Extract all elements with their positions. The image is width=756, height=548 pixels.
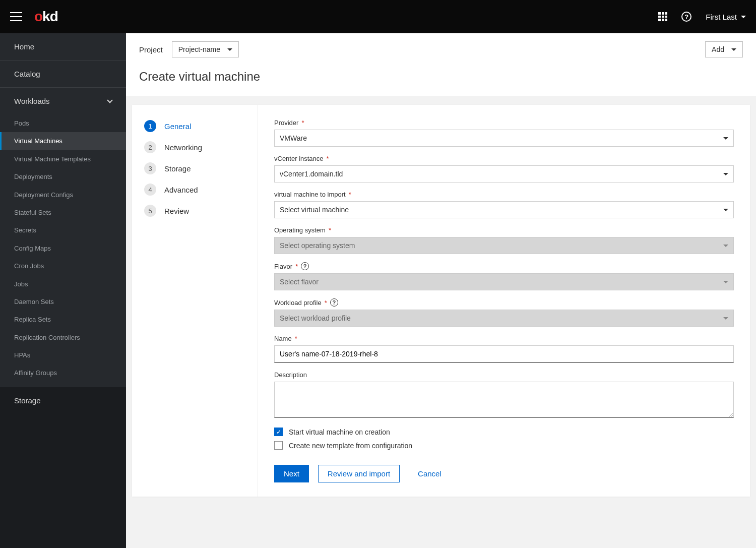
project-label: Project [139, 45, 163, 54]
sidebar-catalog[interactable]: Catalog [0, 60, 126, 88]
sidebar-item-config-maps[interactable]: Config Maps [0, 239, 126, 257]
step-networking[interactable]: 2Networking [144, 141, 245, 153]
start-vm-label: Start virtual machine on creation [289, 428, 390, 436]
import-vm-select[interactable]: Select virtual machine [274, 201, 734, 218]
step-review[interactable]: 5Review [144, 205, 245, 217]
wizard-steps: 1General 2Networking 3Storage 4Advanced … [132, 105, 258, 497]
name-input[interactable] [274, 345, 734, 363]
caret-down-icon [723, 209, 728, 211]
step-advanced[interactable]: 4Advanced [144, 184, 245, 196]
sidebar-item-affinity-groups[interactable]: Affinity Groups [0, 364, 126, 382]
caret-down-icon [731, 48, 736, 51]
caret-down-icon [723, 173, 728, 175]
info-icon[interactable]: ? [301, 262, 309, 270]
sidebar-home[interactable]: Home [0, 33, 126, 60]
review-import-button[interactable]: Review and import [318, 465, 400, 482]
main-content: Project Project-name Add Create virtual … [126, 33, 756, 548]
step-storage[interactable]: 3Storage [144, 162, 245, 174]
step-general[interactable]: 1General [144, 120, 245, 132]
sidebar-item-stateful-sets[interactable]: Stateful Sets [0, 204, 126, 221]
sidebar-item-deployment-configs[interactable]: Deployment Configs [0, 186, 126, 204]
sidebar-item-pods[interactable]: Pods [0, 114, 126, 132]
next-button[interactable]: Next [274, 465, 309, 482]
sidebar-item-daemon-sets[interactable]: Daemon Sets [0, 293, 126, 311]
sidebar-item-secrets[interactable]: Secrets [0, 221, 126, 239]
caret-down-icon [723, 317, 728, 320]
info-icon[interactable]: ? [330, 298, 338, 307]
form-area: Provider * VMWare vCenter instance * vCe… [258, 105, 750, 497]
add-button[interactable]: Add [705, 41, 743, 57]
caret-down-icon [227, 48, 232, 51]
user-name: First Last [706, 13, 737, 21]
sidebar-item-hpas[interactable]: HPAs [0, 346, 126, 364]
vcenter-label: vCenter instance [274, 155, 324, 162]
sidebar-item-replication-controllers[interactable]: Replication Controllers [0, 329, 126, 346]
caret-down-icon [723, 281, 728, 283]
description-input[interactable] [274, 382, 734, 418]
sidebar-item-replica-sets[interactable]: Replica Sets [0, 311, 126, 328]
top-bar: okd ? First Last [0, 0, 756, 33]
logo: okd [34, 9, 58, 25]
cancel-button[interactable]: Cancel [409, 465, 451, 482]
sidebar-item-jobs[interactable]: Jobs [0, 275, 126, 293]
caret-down-icon [723, 137, 728, 140]
import-vm-label: virtual machine to import [274, 191, 346, 198]
os-select[interactable]: Select operating system [274, 237, 734, 254]
workload-label: Workload profile [274, 299, 322, 307]
sidebar-workloads[interactable]: Workloads [0, 88, 126, 114]
os-label: Operating system [274, 226, 326, 234]
start-vm-checkbox[interactable] [274, 428, 283, 436]
sidebar-item-vm-templates[interactable]: Virtual Machine Templates [0, 150, 126, 168]
user-menu[interactable]: First Last [706, 13, 746, 21]
caret-down-icon [723, 245, 728, 247]
help-icon[interactable]: ? [681, 12, 691, 22]
page-title: Create virtual machine [139, 70, 743, 84]
flavor-select[interactable]: Select flavor [274, 273, 734, 290]
flavor-label: Flavor [274, 263, 292, 270]
description-label: Description [274, 371, 307, 379]
menu-toggle-icon[interactable] [10, 12, 22, 21]
provider-select[interactable]: VMWare [274, 130, 734, 147]
sidebar-item-deployments[interactable]: Deployments [0, 168, 126, 186]
provider-label: Provider [274, 119, 298, 127]
project-selector[interactable]: Project-name [172, 41, 239, 57]
create-template-checkbox[interactable] [274, 441, 283, 450]
sidebar: Home Catalog Workloads Pods Virtual Mach… [0, 33, 126, 548]
apps-icon[interactable] [658, 12, 667, 21]
sidebar-item-cron-jobs[interactable]: Cron Jobs [0, 257, 126, 275]
vcenter-select[interactable]: vCenter1.domain.tld [274, 165, 734, 182]
sidebar-item-virtual-machines[interactable]: Virtual Machines [0, 132, 126, 150]
chevron-down-icon [107, 97, 112, 103]
workload-select[interactable]: Select workload profile [274, 310, 734, 327]
create-template-label: Create new template from configuration [289, 442, 412, 450]
name-label: Name [274, 335, 292, 342]
sidebar-storage[interactable]: Storage [0, 387, 126, 414]
caret-down-icon [741, 16, 746, 18]
